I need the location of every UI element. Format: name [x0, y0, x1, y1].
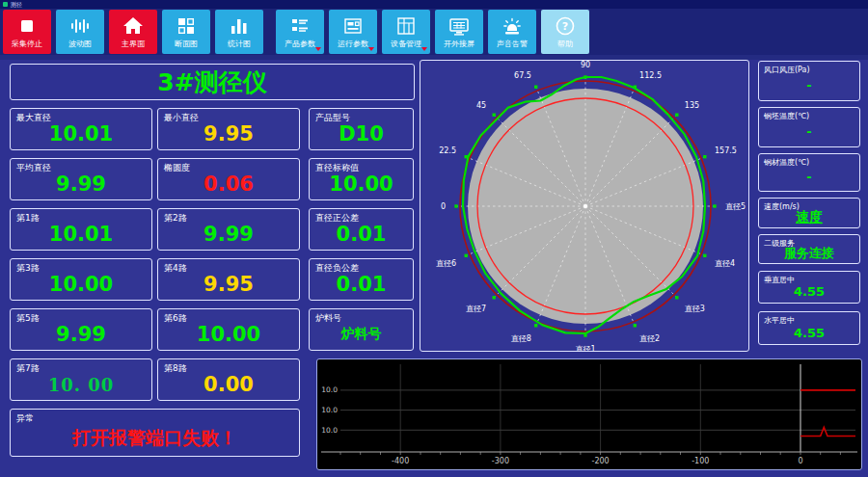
field-value: 10.00: [158, 321, 299, 348]
spoke-marker: [703, 155, 706, 158]
svg-text:?: ?: [562, 20, 568, 33]
spoke-marker: [713, 204, 716, 207]
polar-axis-label: 0: [441, 202, 446, 211]
product-params-icon: [289, 14, 311, 38]
trend-y-label: 10.0: [321, 406, 338, 414]
main-view-button[interactable]: 主界面: [109, 10, 157, 54]
side-field-0: 风口风压(Pa)-: [758, 61, 860, 101]
field-value: 9.95: [158, 271, 299, 298]
side-field-value: 服务连接: [759, 245, 859, 262]
cross-section-panel: 022.54567.590112.5135157.5直径5直径4直径3直径2直径…: [420, 60, 749, 352]
app-window: { "window": { "title": "测径" }, "toolbar"…: [0, 0, 868, 477]
measurement-field: 直径负公差0.01: [309, 258, 414, 301]
toolbar-button-label: 设备管理: [391, 39, 421, 49]
field-value: 0.01: [310, 221, 413, 248]
trend-x-label: -100: [692, 457, 709, 465]
field-value: 10. 00: [11, 371, 151, 398]
side-field-6: 水平居中4.55: [758, 311, 860, 345]
polar-axis-label: 直径6: [436, 259, 456, 268]
bar-chart-icon: [229, 14, 250, 38]
measurement-field: 第7路10. 00: [10, 358, 152, 401]
field-value: 0.06: [158, 171, 299, 198]
external-screen-button[interactable]: 开外接屏: [435, 10, 483, 54]
trend-y-label: 10.0: [321, 426, 338, 435]
field-value: 10.01: [11, 221, 151, 248]
side-field-3: 速度(m/s)速度: [758, 198, 860, 228]
toolbar-button-label: 波动图: [68, 39, 92, 49]
side-field-4: 二级服务服务连接: [758, 234, 860, 264]
device-manage-icon: [395, 14, 417, 38]
toolbar-button-label: 开外接屏: [444, 39, 475, 49]
measurement-field: 产品型号D10: [309, 108, 414, 150]
trend-x-label: 0: [798, 457, 802, 465]
exception-message: 打开报警端口失败！: [11, 421, 299, 456]
spoke-marker: [534, 324, 537, 327]
stop-icon: [16, 14, 38, 38]
dropdown-caret-icon: [421, 47, 427, 51]
side-field-value: -: [759, 118, 859, 146]
waveform-icon: [69, 14, 91, 38]
measurement-field: 椭圆度0.06: [157, 158, 300, 200]
side-field-value[interactable]: 速度: [759, 208, 859, 226]
gauge-title: 3#测径仪: [157, 66, 266, 98]
spoke-marker: [703, 254, 706, 257]
toolbar-button-label: 帮助: [557, 39, 573, 49]
measurement-field: 第3路10.00: [10, 258, 152, 301]
toolbar-button-label: 运行参数: [338, 39, 368, 49]
device-manage-button[interactable]: 设备管理: [382, 10, 430, 54]
spoke-marker: [634, 324, 637, 327]
measurement-field: 炉料号炉料号: [309, 308, 414, 351]
toolbar-button-label: 主界面: [122, 39, 145, 49]
help-icon: ?: [555, 14, 576, 38]
polar-axis-label: 直径2: [639, 334, 660, 343]
trend-y-label: 10.0: [321, 385, 338, 394]
spoke-marker: [465, 155, 468, 158]
polar-axis-label: 直径7: [466, 305, 486, 313]
side-field-5: 垂直居中4.55: [758, 271, 860, 304]
field-value: 炉料号: [310, 321, 413, 348]
polar-axis-label: 22.5: [439, 146, 456, 155]
spoke-marker: [583, 75, 586, 78]
run-params-button[interactable]: 运行参数: [329, 10, 377, 54]
run-params-icon: [342, 14, 364, 38]
product-params-button[interactable]: 产品参数: [276, 10, 324, 54]
spoke-marker: [454, 204, 457, 207]
polar-axis-label: 90: [581, 61, 590, 69]
toolbar-button-label: 统计图: [228, 39, 251, 49]
field-value: 9.99: [158, 221, 299, 248]
field-value: 9.99: [11, 171, 151, 198]
polar-axis-label: 112.5: [639, 71, 662, 80]
external-screen-icon: [448, 14, 470, 38]
polar-axis-label: 直径8: [511, 334, 531, 343]
field-value: D10: [310, 120, 413, 147]
trend-chart: 10.010.010.0-400-300-200-1000: [317, 359, 861, 469]
section-view-button[interactable]: 断面图: [162, 10, 210, 54]
polar-axis-label: 157.5: [715, 146, 737, 155]
spoke-marker: [675, 114, 678, 117]
measurement-field: 最小直径9.95: [157, 108, 300, 150]
polar-axis-label: 直径1: [575, 345, 595, 351]
measurement-field: 第5路9.99: [10, 308, 152, 351]
help-button[interactable]: ?帮助: [541, 10, 589, 54]
polar-axis-label: 直径4: [715, 259, 735, 268]
spoke-marker: [493, 296, 496, 299]
trend-series-lower-trace: [800, 427, 855, 436]
wave-chart-button[interactable]: 波动图: [56, 10, 104, 54]
measurement-field: 第8路0.00: [157, 358, 300, 401]
siren-icon: [502, 14, 523, 38]
home-icon: [122, 14, 144, 38]
polar-axis-label: 67.5: [514, 71, 531, 80]
collect-stop-button[interactable]: 采集停止: [3, 10, 51, 54]
sound-alarm-button[interactable]: 声音告警: [488, 10, 536, 54]
statistics-chart-button[interactable]: 统计图: [215, 10, 263, 54]
side-field-value: 4.55: [759, 281, 859, 302]
window-titlebar: 测径: [0, 0, 868, 9]
field-value: 9.99: [11, 321, 151, 348]
polar-axis-label: 直径5: [725, 202, 746, 211]
measurement-field: 第1路10.01: [10, 208, 152, 251]
toolbar-button-label: 声音告警: [497, 39, 528, 49]
field-value: 0.01: [310, 271, 413, 298]
toolbar: 采集停止波动图主界面断面图统计图产品参数运行参数设备管理开外接屏声音告警?帮助: [0, 9, 868, 55]
exception-box: 异常 打开报警端口失败！: [10, 409, 300, 457]
spoke-marker: [534, 86, 537, 89]
